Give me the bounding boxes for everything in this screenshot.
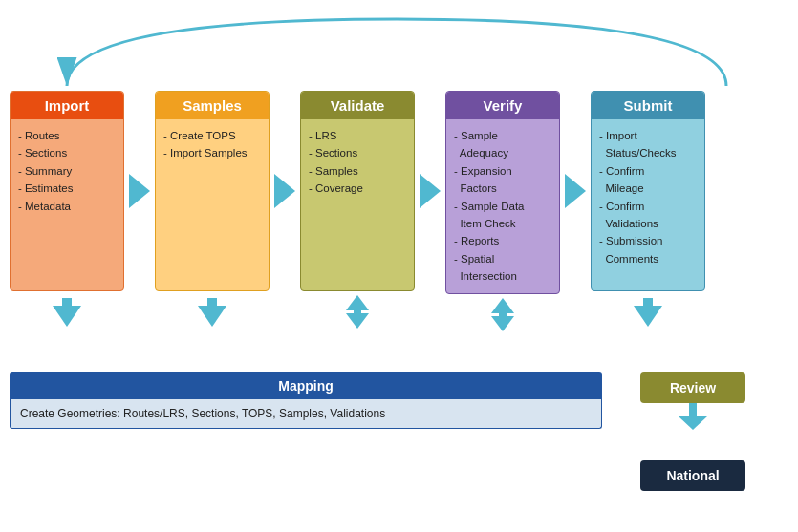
import-box: Import - Routes- Sections- Summary- Esti…	[10, 91, 124, 291]
samples-step: Samples - Create TOPS- Import Samples	[155, 91, 270, 329]
submit-down-arrow	[634, 295, 662, 329]
verify-box: Verify - Sample Adequacy- Expansion Fact…	[445, 91, 560, 294]
samples-body: - Create TOPS- Import Samples	[156, 119, 269, 290]
verify-body: - Sample Adequacy- Expansion Factors- Sa…	[446, 119, 559, 293]
svg-rect-1	[689, 403, 697, 416]
samples-box: Samples - Create TOPS- Import Samples	[155, 91, 270, 291]
mapping-section: Mapping Create Geometries: Routes/LRS, S…	[10, 372, 602, 429]
samples-header: Samples	[156, 92, 269, 119]
validate-box: Validate - LRS- Sections- Samples- Cover…	[300, 91, 415, 291]
import-body: - Routes- Sections- Summary- Estimates- …	[11, 119, 123, 290]
arrow-validate-to-verify	[415, 91, 445, 291]
validate-header: Validate	[301, 92, 414, 119]
arrow-samples-to-validate	[270, 91, 300, 291]
arrow-verify-to-submit	[560, 91, 591, 291]
validate-up-arrowhead	[346, 295, 369, 310]
validate-step: Validate - LRS- Sections- Samples- Cover…	[300, 91, 415, 329]
import-arrow-head	[53, 306, 81, 327]
verify-updown-arrow	[491, 298, 514, 331]
arrow-import-to-samples	[124, 91, 155, 291]
samples-arrow-head	[198, 306, 226, 327]
verify-down-arrowhead	[491, 316, 514, 331]
national-box: National	[640, 460, 745, 491]
submit-body: - Import Status/Checks- Confirm Mileage-…	[592, 119, 704, 290]
verify-header: Verify	[446, 92, 559, 119]
validate-updown-arrow	[346, 295, 369, 329]
submit-step: Submit - Import Status/Checks- Confirm M…	[591, 91, 705, 329]
submit-arrow-head	[634, 306, 662, 327]
verify-up-arrowhead	[491, 298, 514, 313]
samples-down-arrow	[198, 295, 226, 329]
review-to-national-arrow	[679, 403, 707, 432]
validate-down-arrowhead	[346, 313, 369, 329]
submit-header: Submit	[592, 92, 704, 119]
verify-step: Verify - Sample Adequacy- Expansion Fact…	[445, 91, 560, 331]
mapping-body: Create Geometries: Routes/LRS, Sections,…	[10, 399, 602, 429]
import-step: Import - Routes- Sections- Summary- Esti…	[10, 91, 124, 329]
review-box: Review	[640, 372, 745, 403]
submit-box: Submit - Import Status/Checks- Confirm M…	[591, 91, 705, 291]
diagram-container: Import - Routes- Sections- Summary- Esti…	[0, 0, 798, 532]
right-column: Review National	[640, 372, 745, 491]
svg-marker-2	[679, 416, 707, 430]
import-header: Import	[11, 92, 123, 119]
import-down-arrow	[53, 295, 81, 329]
mapping-header: Mapping	[10, 372, 602, 399]
flow-row: Import - Routes- Sections- Summary- Esti…	[10, 91, 784, 331]
validate-body: - LRS- Sections- Samples- Coverage	[301, 119, 414, 290]
